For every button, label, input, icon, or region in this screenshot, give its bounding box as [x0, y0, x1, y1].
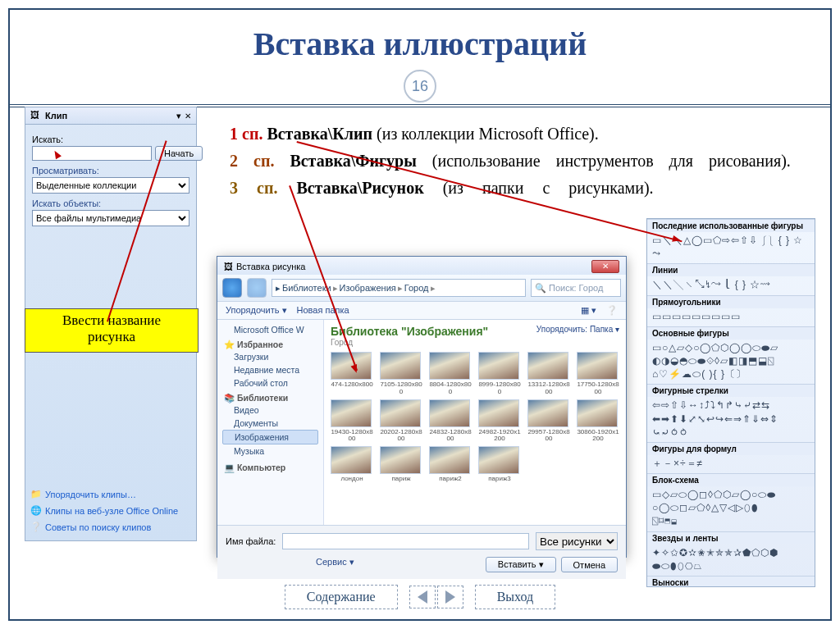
- shapes-sec-recent: Последние использованные фигуры: [647, 219, 815, 232]
- thumbnail-image: [331, 399, 372, 427]
- exit-button[interactable]: Выход: [475, 585, 556, 609]
- office-online-link[interactable]: 🌐Клипы на веб-узле Office Online: [30, 503, 191, 519]
- forward-button[interactable]: [247, 278, 267, 298]
- file-thumbnail[interactable]: 8804-1280x800: [429, 352, 472, 396]
- file-thumbnail[interactable]: 30860-1920x1200: [577, 399, 619, 444]
- shapes-sec-flow: Блок-схема: [647, 473, 815, 486]
- thumbnail-label: 13312-1280x800: [527, 381, 570, 396]
- file-thumbnail[interactable]: париж2: [429, 446, 472, 483]
- thumbnail-image: [429, 352, 470, 380]
- thumbnails: 474-1280x8007105-1280x8008804-1280x80089…: [331, 352, 619, 483]
- shapes-sec-basic: Основные фигуры: [647, 326, 815, 340]
- search-tips-link[interactable]: ❔Советы по поиску клипов: [30, 519, 191, 536]
- nav-downloads[interactable]: Загрузки: [222, 350, 318, 363]
- nav-music[interactable]: Музыка: [222, 444, 318, 458]
- thumbnail-image: [527, 352, 568, 380]
- thumbnail-label: 29957-1280x800: [527, 429, 570, 444]
- nav-computer[interactable]: 💻 Компьютер: [222, 460, 285, 474]
- insert-button[interactable]: Вставить ▾: [486, 557, 556, 572]
- thumbnail-image: [577, 399, 618, 427]
- window-icon: 🖼: [224, 262, 233, 271]
- thumbnail-image: [478, 352, 519, 380]
- close-icon[interactable]: ✕: [185, 112, 191, 121]
- dialog-close-icon[interactable]: ✕: [591, 260, 619, 273]
- point-3-bold: Вставка\Рисунок: [296, 179, 423, 197]
- sort-control[interactable]: Упорядочить: Папка ▾: [536, 325, 619, 334]
- dialog-buttons: Сервис ▾ Вставить ▾ Отмена: [217, 557, 626, 579]
- file-thumbnail[interactable]: 7105-1280x800: [380, 352, 422, 396]
- clip-panel-titlebar: 🖼 Клип ▾ ✕: [25, 107, 196, 125]
- shapes-sec-stars: Звезды и ленты: [647, 531, 815, 545]
- view-icon[interactable]: ▦ ▾: [581, 305, 596, 316]
- file-thumbnail[interactable]: 24982-1920x1200: [478, 399, 521, 444]
- thumbnail-label: 474-1280x800: [331, 381, 373, 389]
- thumbnail-label: париж3: [478, 476, 521, 483]
- dialog-search-input[interactable]: 🔍 Поиск: Город: [531, 279, 621, 297]
- nav-docs[interactable]: Документы: [222, 417, 318, 430]
- dropdown-icon[interactable]: ▾: [176, 111, 181, 121]
- thumbnail-image: [380, 399, 421, 427]
- thumbnail-label: 24982-1920x1200: [478, 429, 521, 444]
- nav-desktop[interactable]: Рабочий стол: [222, 376, 318, 390]
- next-button[interactable]: [437, 586, 463, 608]
- file-thumbnail[interactable]: 8999-1280x800: [478, 352, 521, 396]
- shapes-lines-glyphs[interactable]: ＼＼╲⟍⤡↯⤳ ⎝ { } ☆⟿: [647, 276, 815, 294]
- service-menu[interactable]: Сервис ▾: [316, 557, 354, 572]
- organize-clips-link[interactable]: 📁Упорядочить клипы…: [30, 486, 191, 503]
- filename-label: Имя файла:: [226, 536, 276, 546]
- shapes-sec-rects: Прямоугольники: [647, 295, 815, 308]
- thumbnail-label: 17750-1280x800: [577, 381, 619, 396]
- dialog-toolbar: Упорядочить ▾ Новая папка ▦ ▾ ❔: [217, 302, 626, 320]
- shapes-flow-glyphs[interactable]: ▭◇▱⬭◯◻◊⬠⬡▱◯○⬭⬬○◯⬭◻▱⬠◊△▽◁▷⬯⬮⍂⌑⬒⬓: [647, 486, 815, 531]
- file-thumbnail[interactable]: 17750-1280x800: [577, 352, 619, 396]
- arrow-group: [409, 586, 463, 608]
- nav-recent[interactable]: Недавние места: [222, 363, 318, 376]
- file-thumbnail[interactable]: 13312-1280x800: [527, 352, 570, 396]
- nav-images[interactable]: Изображения: [222, 430, 318, 444]
- shapes-formula-glyphs[interactable]: ＋－×÷＝≠: [647, 455, 815, 473]
- contents-button[interactable]: Содержание: [285, 585, 398, 609]
- new-folder-button[interactable]: Новая папка: [297, 305, 349, 316]
- dialog-titlebar: 🖼 Вставка рисунка ✕: [217, 257, 626, 275]
- cancel-button[interactable]: Отмена: [561, 557, 618, 572]
- thumbnail-label: 19430-1280x800: [331, 429, 373, 444]
- thumbnail-image: [429, 399, 470, 427]
- nav-video[interactable]: Видео: [222, 403, 318, 417]
- shapes-arrows-glyphs[interactable]: ⇦⇨⇧⇩↔↕⤴⤵↰↱⤷⤶⇄⇆⬅➡⬆⬇⤢⤡↩↪⇐⇒⇑⇓⇔⇕⤿⤾⥀⥁: [647, 397, 815, 442]
- file-thumbnail[interactable]: 24832-1280x800: [429, 399, 472, 444]
- clip-links: 📁Упорядочить клипы… 🌐Клипы на веб-узле O…: [30, 486, 191, 536]
- dialog-title: Вставка рисунка: [236, 262, 591, 271]
- file-thumbnail[interactable]: париж: [380, 446, 422, 483]
- shapes-basic-glyphs[interactable]: ▭○△▱◇○◯⬠⬡◯◯⬭⬬▱◐◑◒◓⬭⬬⟐◊▱◧◨⬒⬓⍂⌂♡⚡☁⬭( ){ }〔…: [647, 340, 815, 385]
- filename-input[interactable]: [282, 533, 529, 549]
- file-thumbnail[interactable]: париж3: [478, 446, 521, 483]
- shapes-sec-formula: Фигуры для формул: [647, 442, 815, 455]
- browse-select[interactable]: Выделенные коллекции: [32, 177, 189, 194]
- back-button[interactable]: [222, 278, 242, 298]
- clip-panel-body: Искать: Начать Просматривать: Выделенные…: [25, 125, 196, 231]
- thumbnail-label: 20202-1280x800: [380, 429, 422, 444]
- help-icon[interactable]: ❔: [606, 305, 618, 316]
- file-thumbnail[interactable]: лондон: [331, 446, 373, 483]
- help-icon: ❔: [30, 522, 42, 533]
- thumbnail-label: 8804-1280x800: [429, 381, 472, 396]
- file-thumbnail[interactable]: 19430-1280x800: [331, 399, 373, 444]
- organize-menu[interactable]: Упорядочить ▾: [226, 305, 287, 316]
- thumbnail-label: париж2: [429, 476, 472, 483]
- library-sub: Город: [331, 338, 619, 347]
- dialog-footer: Имя файла: Все рисунки: [217, 525, 626, 557]
- file-thumbnail[interactable]: 29957-1280x800: [527, 399, 570, 444]
- nav-tree: Microsoft Office W ⭐ Избранное Загрузки …: [217, 320, 324, 525]
- nav-libraries-header: 📚 Библиотеки: [222, 390, 288, 404]
- nav-msword[interactable]: Microsoft Office W: [222, 323, 318, 336]
- clip-search-input[interactable]: [32, 146, 152, 161]
- globe-icon: 🌐: [30, 505, 42, 517]
- objects-select[interactable]: Все файлы мультимедиа: [32, 210, 189, 226]
- breadcrumb[interactable]: ▸ Библиотеки▸ Изображения▸ Город▸: [272, 279, 526, 297]
- shapes-rects-glyphs[interactable]: ▭▭▭▭▭▭▭▭▭: [647, 308, 815, 326]
- callout-line1: Ввести название: [25, 312, 198, 329]
- prev-button[interactable]: [409, 586, 436, 608]
- shapes-stars-glyphs[interactable]: ✦✧✩✪✫✬✭✮✯✰⬟⬠⬡⬢⬬⬭⬮⬯⎔⏢: [647, 545, 815, 576]
- file-thumbnail[interactable]: 20202-1280x800: [380, 399, 422, 444]
- filetype-select[interactable]: Все рисунки: [536, 532, 618, 550]
